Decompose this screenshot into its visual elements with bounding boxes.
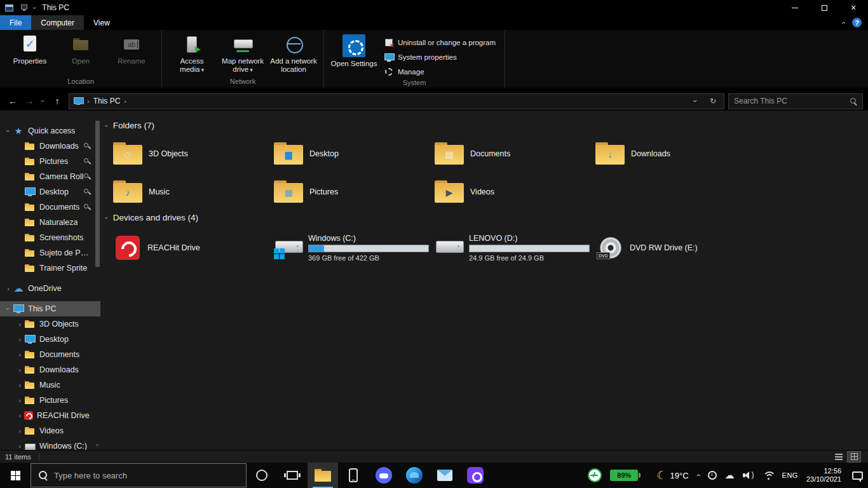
onedrive-tray-icon[interactable]: ☁ bbox=[725, 470, 735, 481]
taskbar-search[interactable] bbox=[31, 463, 247, 487]
search-icon[interactable] bbox=[850, 98, 857, 105]
open-settings-button[interactable]: Open Settings bbox=[329, 32, 379, 68]
chevron-right-icon[interactable]: › bbox=[15, 336, 24, 343]
chevron-down-icon[interactable]: › bbox=[4, 304, 12, 313]
chevron-right-icon[interactable]: › bbox=[4, 285, 13, 292]
map-network-drive-button[interactable]: Map network drive▾ bbox=[218, 32, 268, 74]
details-view-button[interactable] bbox=[832, 452, 845, 462]
sidebar-item-onedrive[interactable]: ›☁OneDrive bbox=[0, 281, 100, 296]
your-phone-taskbar-button[interactable] bbox=[338, 463, 369, 488]
sidebar-item-documents[interactable]: Documents bbox=[0, 200, 100, 215]
chevron-right-icon[interactable]: › bbox=[15, 351, 24, 358]
weather-widget[interactable]: ☾ 19°C bbox=[656, 469, 688, 482]
breadcrumb-chevron-icon[interactable]: › bbox=[87, 97, 90, 105]
sidebar-item-windows-c[interactable]: ›Windows (C:) bbox=[0, 438, 100, 450]
recent-locations-chevron-icon[interactable]: › bbox=[36, 96, 51, 106]
sidebar-item-screenshots[interactable]: Screenshots bbox=[0, 230, 100, 245]
taskbar-search-input[interactable] bbox=[54, 471, 238, 480]
sidebar-item-this-pc[interactable]: ›This PC bbox=[0, 301, 100, 316]
chevron-down-icon[interactable]: › bbox=[103, 125, 111, 127]
scrollbar-down-arrow-icon[interactable]: › bbox=[94, 442, 100, 448]
cortana-taskbar-button[interactable] bbox=[247, 463, 277, 488]
sidebar-item-sujeto-de-prueba[interactable]: Sujeto de Prueba bbox=[0, 245, 100, 261]
add-a-network-location-button[interactable]: Add a network location bbox=[269, 32, 318, 74]
maximize-button[interactable] bbox=[810, 0, 839, 15]
sidebar-item-naturaleza[interactable]: Naturaleza bbox=[0, 215, 100, 230]
task-view-taskbar-button[interactable] bbox=[277, 463, 308, 488]
tray-expand-chevron-icon[interactable]: › bbox=[694, 474, 703, 477]
mail-taskbar-button[interactable] bbox=[430, 463, 460, 488]
clock-tray-icon[interactable] bbox=[708, 471, 717, 480]
sidebar-item-3d-objects[interactable]: ›3D Objects bbox=[0, 316, 100, 332]
tile-desktop[interactable]: ▆Desktop bbox=[274, 138, 435, 170]
sidebar-item-downloads[interactable]: Downloads bbox=[0, 139, 100, 154]
discord-taskbar-button[interactable] bbox=[369, 463, 399, 488]
up-button[interactable]: ↑ bbox=[50, 93, 65, 109]
breadcrumb[interactable]: › This PC › › ↻ bbox=[69, 93, 724, 109]
sidebar-item-reachit-drive[interactable]: ›REACHit Drive bbox=[0, 408, 100, 423]
properties-button[interactable]: Properties bbox=[5, 32, 55, 65]
tile-videos[interactable]: ▶Videos bbox=[435, 176, 595, 208]
tile-music[interactable]: ♪Music bbox=[113, 176, 274, 208]
sidebar-item-downloads[interactable]: ›Downloads bbox=[0, 362, 100, 377]
tile-3d-objects[interactable]: ◇3D Objects bbox=[113, 138, 274, 170]
sidebar-item-music[interactable]: ›Music bbox=[0, 377, 100, 393]
tile-reachit-drive[interactable]: REACHit Drive bbox=[113, 230, 274, 266]
clock[interactable]: 12:56 23/10/2021 bbox=[806, 467, 841, 484]
qat-customize-chevron-icon[interactable]: › bbox=[31, 6, 38, 8]
language-indicator[interactable]: ENG bbox=[782, 471, 798, 479]
tile-downloads[interactable]: ↓Downloads bbox=[595, 138, 756, 170]
system-properties-button[interactable]: System properties bbox=[380, 51, 499, 64]
chevron-right-icon[interactable]: › bbox=[15, 366, 24, 374]
forward-button[interactable]: → bbox=[22, 93, 37, 109]
battery-indicator[interactable]: 89% bbox=[610, 470, 638, 481]
scrollbar-thumb[interactable] bbox=[95, 121, 100, 267]
sidebar-item-videos[interactable]: ›Videos bbox=[0, 423, 100, 438]
section-header[interactable]: ›Folders (7) bbox=[105, 121, 868, 130]
sidebar-item-trainer-sprite[interactable]: Trainer Sprite bbox=[0, 261, 100, 276]
access-media-button[interactable]: Access media▾ bbox=[167, 32, 217, 74]
volume-icon[interactable]: ) bbox=[743, 471, 754, 480]
tile-windows-c[interactable]: Windows (C:)369 GB free of 422 GB bbox=[274, 230, 435, 266]
activity-monitor-icon[interactable] bbox=[588, 468, 602, 482]
chevron-right-icon[interactable]: › bbox=[15, 320, 24, 328]
chevron-right-icon[interactable]: › bbox=[15, 427, 24, 435]
collapse-ribbon-icon[interactable]: › bbox=[839, 22, 848, 24]
sidebar-item-documents[interactable]: ›Documents bbox=[0, 347, 100, 362]
sidebar-scrollbar[interactable]: › bbox=[95, 111, 100, 450]
tile-lenovo-d[interactable]: LENOVO (D:)24.9 GB free of 24.9 GB bbox=[435, 230, 595, 266]
tab-file[interactable]: File bbox=[0, 15, 31, 30]
chevron-down-icon[interactable]: › bbox=[103, 217, 111, 219]
start-button[interactable] bbox=[0, 463, 31, 488]
sidebar-item-pictures[interactable]: Pictures bbox=[0, 154, 100, 169]
tile-documents[interactable]: ▤Documents bbox=[435, 138, 595, 170]
action-center-icon[interactable] bbox=[852, 471, 863, 480]
sidebar-item-quick-access[interactable]: ›★Quick access bbox=[0, 123, 100, 139]
edge-taskbar-button[interactable] bbox=[399, 463, 430, 488]
sidebar-item-desktop[interactable]: Desktop bbox=[0, 184, 100, 200]
tab-view[interactable]: View bbox=[84, 15, 119, 30]
tile-dvd-rw-drive-e[interactable]: DVDDVD RW Drive (E:) bbox=[595, 230, 756, 266]
chevron-down-icon[interactable]: › bbox=[4, 126, 12, 135]
chevron-right-icon[interactable]: › bbox=[15, 442, 24, 450]
sidebar-item-desktop[interactable]: ›Desktop bbox=[0, 332, 100, 347]
chevron-right-icon[interactable]: › bbox=[15, 396, 24, 404]
quick-access-toolbar-icon[interactable] bbox=[20, 4, 29, 11]
file-explorer-taskbar-button[interactable] bbox=[308, 463, 338, 488]
uninstall-or-change-a-program-button[interactable]: Uninstall or change a program bbox=[380, 36, 499, 49]
tile-pictures[interactable]: ▦Pictures bbox=[274, 176, 435, 208]
chevron-right-icon[interactable]: › bbox=[15, 381, 24, 389]
breadcrumb-chevron-icon[interactable]: › bbox=[124, 97, 126, 105]
app-purple-taskbar-button[interactable] bbox=[460, 463, 491, 488]
tab-computer[interactable]: Computer bbox=[31, 15, 84, 30]
sidebar-item-pictures[interactable]: ›Pictures bbox=[0, 393, 100, 408]
help-icon[interactable]: ? bbox=[852, 18, 862, 27]
search-box[interactable] bbox=[728, 93, 863, 109]
manage-button[interactable]: Manage bbox=[380, 65, 499, 78]
close-button[interactable]: × bbox=[839, 0, 868, 15]
minimize-button[interactable] bbox=[780, 0, 810, 15]
search-input[interactable] bbox=[734, 97, 850, 105]
back-button[interactable]: ← bbox=[5, 93, 20, 109]
chevron-right-icon[interactable]: › bbox=[15, 412, 24, 419]
tiles-view-button[interactable] bbox=[848, 452, 860, 462]
